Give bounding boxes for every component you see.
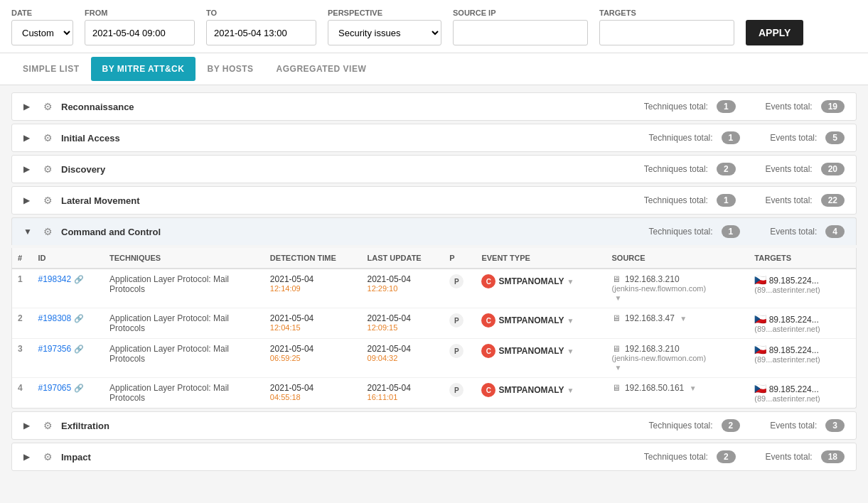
tab-simple-list[interactable]: SIMPLE LIST xyxy=(11,53,91,85)
top-bar: Date Custom From To Perspective Security… xyxy=(0,0,868,53)
content-area: ▶ ⚙ Reconnaissance Techniques total: 1 E… xyxy=(0,85,868,481)
category-icon-impact: ⚙ xyxy=(43,451,53,463)
chevron-right-icon-initial[interactable]: ▶ xyxy=(23,133,35,143)
source-ip-input[interactable] xyxy=(453,20,588,45)
events-badge-impact: 18 xyxy=(821,450,845,463)
cell-technique-3: Application Layer Protocol: Mail Protoco… xyxy=(104,378,264,409)
targets-input[interactable] xyxy=(599,20,734,45)
techniques-label-lateral: Techniques total: xyxy=(644,195,708,205)
category-name-exfiltration: Exfiltration xyxy=(61,421,641,431)
from-field-group: From xyxy=(85,9,195,45)
cell-targets-0: 🇨🇿 89.185.224... (89...asterinter.net) xyxy=(749,269,856,308)
category-icon-initial-access: ⚙ xyxy=(43,132,53,144)
category-icon-reconnaissance: ⚙ xyxy=(43,101,53,112)
category-name-reconnaissance: Reconnaissance xyxy=(61,102,636,112)
cell-p-0: P xyxy=(444,269,476,308)
techniques-badge-impact: 2 xyxy=(717,450,736,463)
events-label-c2: Events total: xyxy=(770,227,817,237)
date-select[interactable]: Custom xyxy=(11,20,73,45)
tab-by-mitre[interactable]: BY MITRE ATT&CK xyxy=(91,57,196,81)
cell-num-2: 3 xyxy=(12,339,32,378)
table-row: 2 #198308 🔗 Application Layer Protocol: … xyxy=(12,308,856,339)
category-row-reconnaissance: ▶ ⚙ Reconnaissance Techniques total: 1 E… xyxy=(11,92,857,121)
cell-event-type-0: C SMTPANOMALY ▼ xyxy=(476,269,606,308)
cell-targets-1: 🇨🇿 89.185.224... (89...asterinter.net) xyxy=(749,308,856,339)
cell-event-type-2: C SMTPANOMALY ▼ xyxy=(476,339,606,378)
techniques-label-discovery: Techniques total: xyxy=(644,164,708,174)
events-badge-discovery: 20 xyxy=(821,163,845,175)
category-row-exfiltration: ▶ ⚙ Exfiltration Techniques total: 2 Eve… xyxy=(11,411,857,440)
category-name-impact: Impact xyxy=(61,452,636,463)
events-badge-initial: 5 xyxy=(825,131,845,144)
col-last-update: LAST UPDATE xyxy=(362,248,444,269)
cell-detection-1: 2021-05-04 12:04:15 xyxy=(264,308,362,339)
from-label: From xyxy=(85,9,195,17)
cell-targets-2: 🇨🇿 89.185.224... (89...asterinter.net) xyxy=(749,339,856,378)
chevron-right-icon-exfil[interactable]: ▶ xyxy=(23,421,35,431)
col-event-type: EVENT TYPE xyxy=(476,248,606,269)
cell-num-0: 1 xyxy=(12,269,32,308)
category-icon-exfiltration: ⚙ xyxy=(43,420,53,431)
techniques-label-c2: Techniques total: xyxy=(649,227,713,237)
col-targets: TARGETS xyxy=(749,248,856,269)
table-row: 1 #198342 🔗 Application Layer Protocol: … xyxy=(12,269,856,308)
chevron-right-icon-discovery[interactable]: ▶ xyxy=(23,164,35,174)
perspective-select[interactable]: Security issues All events Anomalies xyxy=(328,20,441,45)
table-header-row: # ID TECHNIQUES DETECTION TIME LAST UPDA… xyxy=(12,248,856,269)
col-p: P xyxy=(444,248,476,269)
category-row-initial-access: ▶ ⚙ Initial Access Techniques total: 1 E… xyxy=(11,124,857,152)
date-field-group: Date Custom xyxy=(11,9,73,45)
category-name-initial-access: Initial Access xyxy=(61,133,641,144)
cell-technique-2: Application Layer Protocol: Mail Protoco… xyxy=(104,339,264,378)
cell-p-2: P xyxy=(444,339,476,378)
chevron-right-icon-lateral[interactable]: ▶ xyxy=(23,195,35,205)
perspective-label: Perspective xyxy=(328,9,441,17)
cell-targets-3: 🇨🇿 89.185.224... (89...asterinter.net) xyxy=(749,378,856,409)
col-id: ID xyxy=(32,248,103,269)
to-label: To xyxy=(206,9,316,17)
category-icon-lateral-movement: ⚙ xyxy=(43,195,53,206)
to-field-group: To xyxy=(206,9,316,45)
cell-update-3: 2021-05-04 16:11:01 xyxy=(362,378,444,409)
apply-button[interactable]: APPLY xyxy=(746,20,803,45)
events-label-initial: Events total: xyxy=(770,133,817,143)
cell-id-0[interactable]: #198342 🔗 xyxy=(32,269,103,308)
techniques-badge-reconnaissance: 1 xyxy=(717,100,736,113)
category-row-c2: ▼ ⚙ Command and Control Techniques total… xyxy=(11,217,857,245)
category-row-impact: ▶ ⚙ Impact Techniques total: 2 Events to… xyxy=(11,443,857,471)
cell-id-3[interactable]: #197065 🔗 xyxy=(32,378,103,409)
table-row: 4 #197065 🔗 Application Layer Protocol: … xyxy=(12,378,856,409)
tab-by-hosts[interactable]: BY HOSTS xyxy=(195,53,264,85)
cell-event-type-1: C SMTPANOMALY ▼ xyxy=(476,308,606,339)
cell-id-1[interactable]: #198308 🔗 xyxy=(32,308,103,339)
chevron-down-icon-c2[interactable]: ▼ xyxy=(23,227,35,237)
date-label: Date xyxy=(11,9,73,17)
table-row: 3 #197356 🔗 Application Layer Protocol: … xyxy=(12,339,856,378)
category-icon-discovery: ⚙ xyxy=(43,163,53,175)
source-ip-label: Source IP xyxy=(453,9,588,17)
to-input[interactable] xyxy=(206,20,316,45)
events-label-reconnaissance: Events total: xyxy=(766,102,813,112)
cell-update-0: 2021-05-04 12:29:10 xyxy=(362,269,444,308)
cell-technique-1: Application Layer Protocol: Mail Protoco… xyxy=(104,308,264,339)
c2-detail-table: # ID TECHNIQUES DETECTION TIME LAST UPDA… xyxy=(12,248,856,408)
events-label-exfil: Events total: xyxy=(770,421,817,431)
events-label-impact: Events total: xyxy=(766,452,813,462)
c2-detail-table-wrapper: # ID TECHNIQUES DETECTION TIME LAST UPDA… xyxy=(11,248,857,409)
techniques-badge-initial: 1 xyxy=(722,131,741,144)
cell-id-2[interactable]: #197356 🔗 xyxy=(32,339,103,378)
cell-p-1: P xyxy=(444,308,476,339)
from-input[interactable] xyxy=(85,20,195,45)
chevron-right-icon[interactable]: ▶ xyxy=(23,102,35,112)
col-num: # xyxy=(12,248,32,269)
category-row-lateral-movement: ▶ ⚙ Lateral Movement Techniques total: 1… xyxy=(11,186,857,215)
tab-aggregated-view[interactable]: AGGREGATED VIEW xyxy=(265,53,378,85)
category-name-lateral-movement: Lateral Movement xyxy=(61,195,636,206)
perspective-field-group: Perspective Security issues All events A… xyxy=(328,9,441,45)
cell-source-3: 🖥 192.168.50.161 ▼ xyxy=(606,378,749,409)
chevron-right-icon-impact[interactable]: ▶ xyxy=(23,452,35,462)
events-label-discovery: Events total: xyxy=(766,164,813,174)
cell-source-0: 🖥 192.168.3.210 (jenkins-new.flowmon.com… xyxy=(606,269,749,308)
cell-source-2: 🖥 192.168.3.210 (jenkins-new.flowmon.com… xyxy=(606,339,749,378)
category-icon-c2: ⚙ xyxy=(43,226,53,237)
